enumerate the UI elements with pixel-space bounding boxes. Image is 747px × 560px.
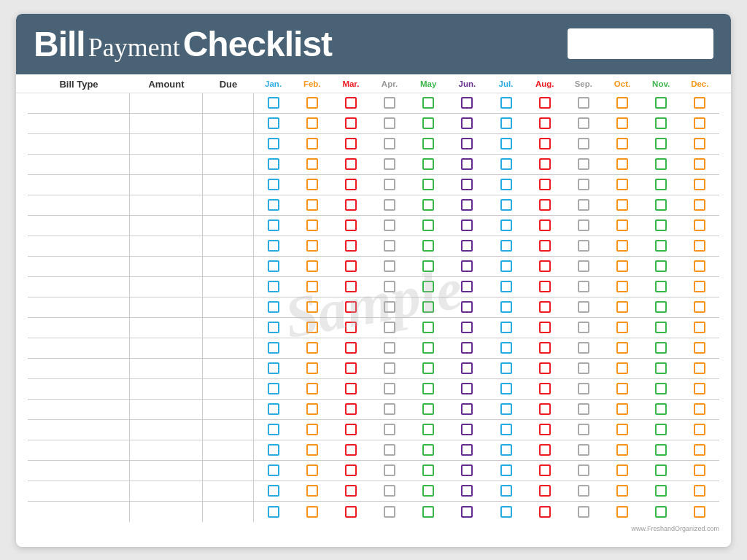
checkbox-jun[interactable]: [461, 199, 473, 211]
cell-amount[interactable]: [130, 440, 203, 460]
checkbox-jun[interactable]: [461, 383, 473, 394]
checkbox-jul[interactable]: [500, 424, 512, 435]
checkbox-may[interactable]: [422, 506, 434, 518]
checkbox-aug[interactable]: [539, 260, 551, 272]
checkbox-apr[interactable]: [384, 97, 395, 109]
checkbox-jul[interactable]: [500, 342, 512, 354]
checkbox-mar[interactable]: [345, 219, 357, 231]
checkbox-jan[interactable]: [268, 260, 279, 272]
cell-amount[interactable]: [130, 461, 203, 481]
checkbox-nov[interactable]: [655, 362, 667, 374]
checkbox-dec[interactable]: [694, 97, 705, 109]
cell-due[interactable]: [203, 216, 254, 236]
checkbox-nov[interactable]: [655, 403, 667, 415]
checkbox-sep[interactable]: [578, 138, 589, 149]
checkbox-mar[interactable]: [345, 117, 357, 129]
checkbox-dec[interactable]: [694, 362, 705, 374]
checkbox-feb[interactable]: [306, 506, 318, 518]
checkbox-apr[interactable]: [384, 138, 395, 149]
checkbox-apr[interactable]: [384, 260, 395, 272]
checkbox-mar[interactable]: [345, 424, 357, 435]
checkbox-sep[interactable]: [578, 179, 589, 190]
cell-amount[interactable]: [130, 257, 203, 276]
checkbox-sep[interactable]: [578, 485, 589, 497]
cell-amount[interactable]: [130, 502, 203, 522]
checkbox-dec[interactable]: [694, 485, 705, 497]
checkbox-sep[interactable]: [578, 403, 589, 415]
checkbox-aug[interactable]: [539, 117, 551, 129]
checkbox-feb[interactable]: [306, 281, 318, 292]
checkbox-apr[interactable]: [384, 219, 395, 231]
checkbox-jan[interactable]: [268, 219, 279, 231]
checkbox-dec[interactable]: [694, 322, 705, 333]
checkbox-jul[interactable]: [500, 240, 512, 252]
checkbox-feb[interactable]: [306, 97, 318, 109]
checkbox-jun[interactable]: [461, 444, 473, 456]
checkbox-jun[interactable]: [461, 240, 473, 252]
checkbox-may[interactable]: [422, 444, 434, 456]
checkbox-may[interactable]: [422, 281, 434, 292]
checkbox-aug[interactable]: [539, 301, 551, 313]
checkbox-oct[interactable]: [616, 444, 628, 456]
checkbox-feb[interactable]: [306, 219, 318, 231]
checkbox-apr[interactable]: [384, 424, 395, 435]
checkbox-apr[interactable]: [384, 464, 395, 476]
cell-bill-type[interactable]: [28, 236, 130, 256]
cell-amount[interactable]: [130, 359, 203, 378]
checkbox-jul[interactable]: [500, 444, 512, 456]
checkbox-may[interactable]: [422, 97, 434, 109]
checkbox-jul[interactable]: [500, 138, 512, 149]
checkbox-sep[interactable]: [578, 362, 589, 374]
cell-amount[interactable]: [130, 400, 203, 419]
cell-amount[interactable]: [130, 277, 203, 297]
cell-bill-type[interactable]: [28, 420, 130, 440]
checkbox-sep[interactable]: [578, 97, 589, 109]
checkbox-aug[interactable]: [539, 322, 551, 333]
checkbox-dec[interactable]: [694, 179, 705, 190]
checkbox-feb[interactable]: [306, 403, 318, 415]
cell-amount[interactable]: [130, 175, 203, 195]
checkbox-aug[interactable]: [539, 362, 551, 374]
checkbox-mar[interactable]: [345, 240, 357, 252]
cell-due[interactable]: [203, 298, 254, 317]
checkbox-sep[interactable]: [578, 301, 589, 313]
cell-bill-type[interactable]: [28, 277, 130, 297]
cell-amount[interactable]: [130, 338, 203, 358]
cell-bill-type[interactable]: [28, 175, 130, 195]
checkbox-jun[interactable]: [461, 260, 473, 272]
checkbox-aug[interactable]: [539, 383, 551, 394]
checkbox-may[interactable]: [422, 424, 434, 435]
checkbox-apr[interactable]: [384, 444, 395, 456]
checkbox-apr[interactable]: [384, 179, 395, 190]
checkbox-apr[interactable]: [384, 158, 395, 170]
checkbox-jun[interactable]: [461, 158, 473, 170]
checkbox-jul[interactable]: [500, 260, 512, 272]
cell-due[interactable]: [203, 114, 254, 133]
checkbox-jun[interactable]: [461, 301, 473, 313]
cell-amount[interactable]: [130, 114, 203, 133]
checkbox-jul[interactable]: [500, 506, 512, 518]
checkbox-jan[interactable]: [268, 179, 279, 190]
checkbox-jun[interactable]: [461, 362, 473, 374]
checkbox-sep[interactable]: [578, 444, 589, 456]
checkbox-jul[interactable]: [500, 179, 512, 190]
checkbox-may[interactable]: [422, 301, 434, 313]
checkbox-dec[interactable]: [694, 301, 705, 313]
checkbox-apr[interactable]: [384, 322, 395, 333]
checkbox-oct[interactable]: [616, 403, 628, 415]
checkbox-may[interactable]: [422, 383, 434, 394]
checkbox-feb[interactable]: [306, 362, 318, 374]
checkbox-may[interactable]: [422, 240, 434, 252]
checkbox-nov[interactable]: [655, 281, 667, 292]
cell-due[interactable]: [203, 481, 254, 501]
checkbox-jul[interactable]: [500, 117, 512, 129]
checkbox-nov[interactable]: [655, 301, 667, 313]
cell-due[interactable]: [203, 257, 254, 276]
cell-bill-type[interactable]: [28, 195, 130, 215]
checkbox-oct[interactable]: [616, 362, 628, 374]
cell-amount[interactable]: [130, 195, 203, 215]
cell-amount[interactable]: [130, 134, 203, 154]
cell-due[interactable]: [203, 175, 254, 195]
checkbox-feb[interactable]: [306, 464, 318, 476]
checkbox-sep[interactable]: [578, 158, 589, 170]
